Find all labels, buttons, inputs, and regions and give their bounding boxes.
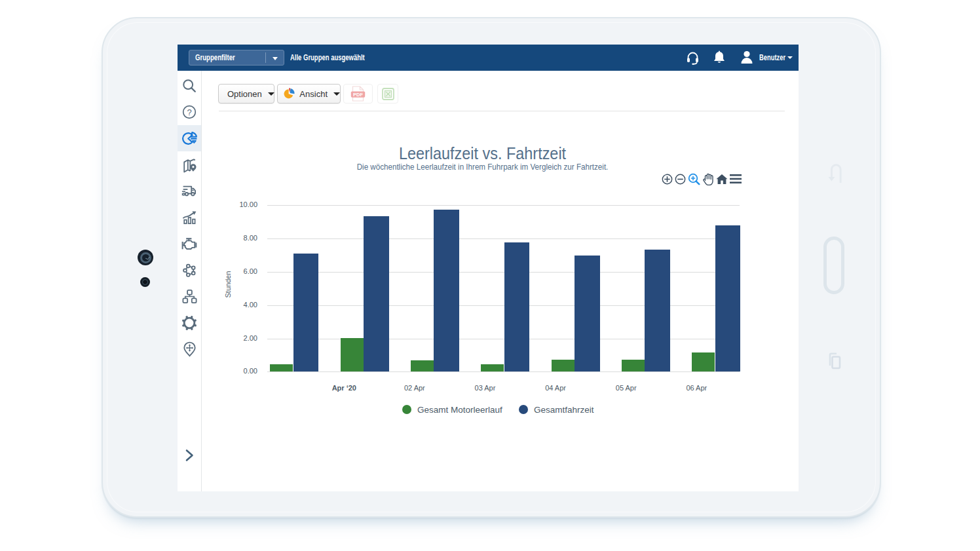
svg-text:PDF: PDF bbox=[353, 92, 363, 98]
svg-text:?: ? bbox=[187, 107, 191, 117]
